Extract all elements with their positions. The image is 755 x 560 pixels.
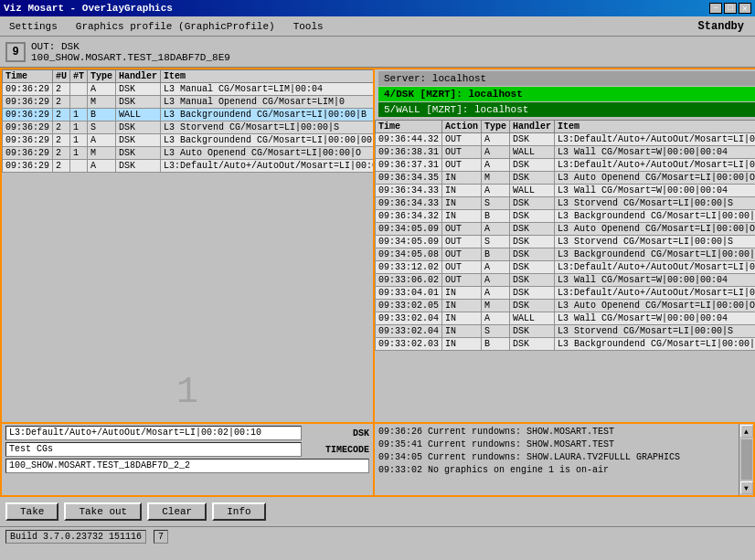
log-entry: 09:36:26 Current rundowns: SHOW.MOSART.T… [378,426,735,438]
minimize-button[interactable]: − [709,3,722,14]
menu-tools[interactable]: Tools [288,19,329,34]
left-table: Time #U #T Type Handler Item 09:36:292AD… [2,69,373,173]
col-item: Item [161,70,373,83]
count-badge: 7 [154,530,168,544]
right-table-row[interactable]: 09:36:34.35INMDSKL3 Auto Openend CG/Mosa… [376,172,756,185]
left-panel: Time #U #T Type Handler Item 09:36:292AD… [2,69,375,422]
status-bar: Build 3.7.0.23732 151116 7 [0,526,755,546]
col-t: #T [70,70,88,83]
server-row-2[interactable]: 5/WALL [MZRT]: localhost [378,102,755,117]
rcol-type: Type [482,121,510,133]
info-field-1: L3:Default/Auto+/AutoOut/Mosart=LI|00:02… [5,426,302,440]
menu-graphics-profile[interactable]: Graphics profile (GraphicProfile) [70,19,281,34]
col-handler: Handler [116,70,161,83]
menu-settings[interactable]: Settings [4,19,63,34]
rcol-item: Item [555,121,755,133]
left-table-row[interactable]: 09:36:292ADSKL3:Default/Auto+/AutoOut/Mo… [3,160,374,173]
left-table-row[interactable]: 09:36:292ADSKL3 Manual CG/Mosart=LIM|00:… [3,83,374,96]
out-dsk-badge: 9 [5,42,26,62]
right-table-container[interactable]: Time Action Type Handler Item 09:36:44.3… [375,120,755,422]
right-table-row[interactable]: 09:33:02.05INMDSKL3 Auto Openend CG/Mosa… [376,300,756,312]
right-table-row[interactable]: 09:36:44.32OUTADSKL3:Default/Auto+/AutoO… [376,133,756,146]
scroll-track [741,439,752,480]
clear-button[interactable]: Clear [147,502,207,521]
server-row-1[interactable]: 4/DSK [MZRT]: localhost 2 [378,87,755,101]
log-entry: 09:35:41 Current rundowns: SHOW.MOSART.T… [378,438,735,451]
info-button[interactable]: Info [212,502,265,521]
right-table-row[interactable]: 09:33:02.04INSDSKL3 Storvend CG/Mosart=L… [376,325,756,338]
left-table-row[interactable]: 09:36:292MDSKL3 Manual Openend CG/Mosart… [3,96,374,109]
col-type: Type [88,70,116,83]
build-info: Build 3.7.0.23732 151116 [5,530,146,544]
take-out-button[interactable]: Take out [64,502,142,521]
window-title: Viz Mosart - OverlayGraphics [4,3,173,14]
rcol-time: Time [376,121,442,133]
right-table-row[interactable]: 09:34:05.08OUTBDSKL3 Backgroundend CG/Mo… [376,248,756,261]
right-table-row[interactable]: 09:36:34.33INAWALLL3 Wall CG/Mosart=W|00… [376,185,756,197]
menu-bar: Settings Graphics profile (GraphicProfil… [0,16,755,37]
info-row-2: Test CGs TIMECODE [5,442,369,457]
left-table-row[interactable]: 09:36:2921BWALLL3 Backgroundend CG/Mosar… [3,109,374,122]
info-row-1: L3:Default/Auto+/AutoOut/Mosart=LI|00:02… [5,426,369,440]
rcol-action: Action [442,121,482,133]
bottom-area: L3:Default/Auto+/AutoOut/Mosart=LI|00:02… [0,424,755,497]
right-table-row[interactable]: 09:33:02.04INAWALLL3 Wall CG/Mosart=W|00… [376,312,756,325]
log-entry: 09:34:05 Current rundowns: SHOW.LAURA.TV… [378,451,735,464]
out-dsk-header: 9 OUT: DSK 100_SHOW.MOSART.TEST_18DABF7D… [0,37,755,68]
left-table-row[interactable]: 09:36:2921MDSKL3 Auto Openend CG/Mosart=… [3,147,374,160]
out-dsk-line2: 100_SHOW.MOSART.TEST_18DABF7D_8E9 [31,52,230,63]
right-table-row[interactable]: 09:33:04.01INADSKL3:Default/Auto+/AutoOu… [376,287,756,300]
standby-label: Standby [698,20,751,33]
server-header: Server: localhost 4/DSK [MZRT]: localhos… [375,69,755,120]
right-table-row[interactable]: 09:36:34.33INSDSKL3 Storvend CG/Mosart=L… [376,197,756,210]
rcol-handler: Handler [510,121,555,133]
window-controls: − □ ✕ [709,3,751,14]
scroll-up-button[interactable]: ▲ [740,425,753,438]
info-field-3: 100_SHOW.MOSART.TEST_18DABF7D_2_2 [5,459,369,473]
info-field-2: Test CGs [5,442,302,457]
col-time: Time [3,70,53,83]
log-area: 09:36:26 Current rundowns: SHOW.MOSART.T… [375,424,739,495]
right-table-row[interactable]: 09:33:06.02OUTADSKL3 Wall CG/Mosart=W|00… [376,274,756,287]
maximize-button[interactable]: □ [724,3,737,14]
scrollbar-right[interactable]: ▲ ▼ [739,424,753,495]
left-table-row[interactable]: 09:36:2921ADSKL3 Backgroundend CG/Mosart… [3,134,374,147]
out-dsk-info: OUT: DSK 100_SHOW.MOSART.TEST_18DABF7D_8… [31,41,230,63]
out-dsk-line1: OUT: DSK [31,41,230,52]
server-row-0: Server: localhost [378,71,755,86]
bottom-left: L3:Default/Auto+/AutoOut/Mosart=LI|00:02… [2,424,375,495]
right-table-row[interactable]: 09:33:12.02OUTADSKL3:Default/Auto+/AutoO… [376,261,756,274]
right-table-row[interactable]: 09:36:38.31OUTAWALLL3 Wall CG/Mosart=W|0… [376,146,756,159]
info-label-1: DSK [305,428,369,438]
take-button[interactable]: Take [5,502,58,521]
col-u: #U [53,70,70,83]
server-label-1: 4/DSK [MZRT]: localhost [384,89,523,100]
title-bar: Viz Mosart - OverlayGraphics − □ ✕ [0,0,755,16]
button-bar: Take Take out Clear Info [0,497,755,526]
left-table-row[interactable]: 09:36:2921SDSKL3 Storvend CG/Mosart=LI|0… [3,122,374,134]
right-table-row[interactable]: 09:33:02.03INBDSKL3 Backgroundend CG/Mos… [376,338,756,351]
info-label-2: TIMECODE [305,445,369,455]
right-panel: Server: localhost 4/DSK [MZRT]: localhos… [375,69,755,422]
info-row-3: 100_SHOW.MOSART.TEST_18DABF7D_2_2 [5,459,369,473]
right-table-row[interactable]: 09:34:05.09OUTADSKL3 Auto Openend CG/Mos… [376,223,756,236]
right-table-row[interactable]: 09:34:05.09OUTSDSKL3 Storvend CG/Mosart=… [376,236,756,248]
right-table-row[interactable]: 09:36:34.32INBDSKL3 Backgroundend CG/Mos… [376,210,756,223]
close-button[interactable]: ✕ [739,3,751,14]
left-table-container[interactable]: Time #U #T Type Handler Item 09:36:292AD… [2,69,373,422]
scroll-down-button[interactable]: ▼ [740,481,753,494]
main-area: Time #U #T Type Handler Item 09:36:292AD… [0,68,755,424]
log-entry: 09:33:02 No graphics on engine 1 is on-a… [378,464,735,477]
right-table-row[interactable]: 09:36:37.31OUTADSKL3:Default/Auto+/AutoO… [376,159,756,172]
right-table: Time Action Type Handler Item 09:36:44.3… [375,120,755,351]
